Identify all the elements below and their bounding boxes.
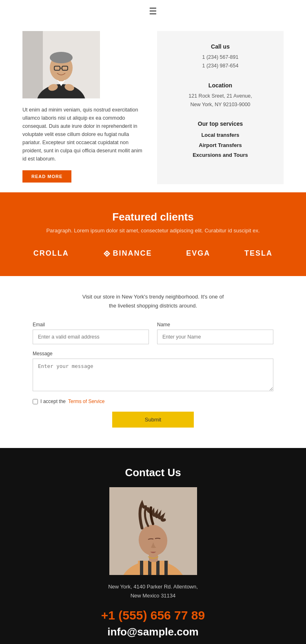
about-section: Ut enim ad minim veniam, quis nostrud ex…	[0, 23, 306, 192]
logo-evga: EVGA	[186, 249, 210, 258]
logo-crolla: CROLLA	[33, 249, 69, 258]
contact-photo	[109, 487, 197, 575]
contact-person-svg	[109, 487, 197, 575]
person-photo-svg	[22, 31, 100, 98]
service-airport-transfers: Airport Transfers	[167, 140, 273, 151]
email-label: Email	[33, 322, 149, 328]
message-label: Message	[33, 351, 273, 357]
about-right-info-box: Call us 1 (234) 567-891 1 (234) 987-654 …	[157, 31, 284, 184]
services-block: Our top services Local transfers Airport…	[167, 120, 273, 160]
phone2: 1 (234) 987-654	[167, 62, 273, 70]
contact-email[interactable]: info@sample.com	[16, 626, 290, 638]
hamburger-icon[interactable]: ☰	[149, 6, 157, 17]
location-block: Location 121 Rock Sreet, 21 Avenue, New …	[167, 82, 273, 109]
contact-address: New York, 4140 Parker Rd. Allentown, New…	[16, 582, 290, 600]
svg-rect-22	[156, 561, 160, 575]
services-title: Our top services	[167, 120, 273, 127]
location-title: Location	[167, 82, 273, 89]
read-more-button[interactable]: READ MORE	[22, 170, 71, 183]
terms-text: I accept the	[40, 399, 66, 404]
contact-section: Contact Us	[0, 448, 306, 644]
svg-rect-20	[140, 561, 143, 575]
service-excursions-tours: Excursions and Tours	[167, 150, 273, 160]
svg-rect-2	[22, 31, 43, 98]
message-group: Message	[33, 351, 273, 393]
name-label: Name	[157, 322, 273, 328]
clients-logos-container: CROLLA BINANCE EVGA TESLA	[16, 249, 290, 258]
phone1: 1 (234) 567-891	[167, 53, 273, 62]
message-textarea[interactable]	[33, 359, 273, 391]
contact-address-line2: New Mexico 31134	[131, 593, 176, 599]
name-group: Name	[157, 322, 273, 344]
contact-phone[interactable]: +1 (555) 656 77 89	[16, 608, 290, 622]
address-line2: New York, NY 92103-9000	[167, 100, 273, 109]
about-left-column: Ut enim ad minim veniam, quis nostrud ex…	[22, 31, 145, 184]
terms-checkbox[interactable]	[33, 399, 38, 404]
submit-button[interactable]: Submit	[112, 412, 194, 428]
about-body-text: Ut enim ad minim veniam, quis nostrud ex…	[22, 106, 145, 163]
address-line1: 121 Rock Sreet, 21 Avenue,	[167, 92, 273, 100]
top-navigation: ☰	[0, 0, 306, 23]
svg-rect-21	[148, 561, 151, 575]
contact-form-section: Visit our store in New York's trendy nei…	[0, 276, 306, 448]
email-name-row: Email Name	[33, 322, 273, 344]
terms-row: I accept the Terms of Service	[33, 399, 273, 404]
terms-link[interactable]: Terms of Service	[68, 399, 104, 404]
binance-diamond-icon	[103, 250, 111, 257]
logo-tesla: TESLA	[244, 249, 273, 258]
contact-address-line1: New York, 4140 Parker Rd. Allentown,	[108, 584, 198, 590]
contact-title: Contact Us	[16, 466, 290, 479]
call-us-title: Call us	[167, 43, 273, 50]
call-us-block: Call us 1 (234) 567-891 1 (234) 987-654	[167, 43, 273, 71]
email-input[interactable]	[33, 330, 149, 344]
form-intro-text: Visit our store in New York's trendy nei…	[33, 292, 273, 310]
svg-rect-23	[164, 561, 168, 575]
svg-point-7	[50, 52, 73, 63]
email-group: Email	[33, 322, 149, 344]
featured-subtitle: Paragraph. Lorem ipsum dolor sit amet, c…	[16, 227, 290, 234]
name-input[interactable]	[157, 330, 273, 344]
about-photo	[22, 31, 100, 98]
featured-clients-section: Featured clients Paragraph. Lorem ipsum …	[0, 192, 306, 276]
logo-binance: BINANCE	[103, 249, 152, 258]
service-local-transfers: Local transfers	[167, 130, 273, 140]
featured-title: Featured clients	[16, 211, 290, 223]
